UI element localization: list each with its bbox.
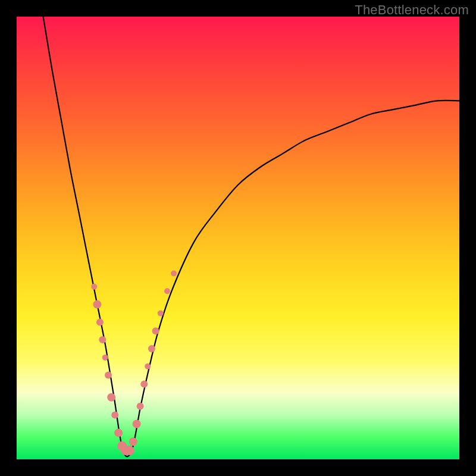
data-marker [91,284,97,290]
curve-layer [17,17,459,459]
data-marker [125,446,134,455]
data-marker [145,364,151,369]
data-marker [99,336,106,343]
data-marker [114,428,123,437]
data-marker [164,288,170,294]
data-marker [93,300,101,309]
data-marker [171,271,177,277]
data-marker [96,318,104,325]
marker-group [91,271,177,456]
data-marker [105,372,112,379]
data-marker [133,420,141,428]
data-marker [158,311,164,317]
data-marker [111,412,118,419]
chart-frame: TheBottleneck.com [0,0,476,476]
data-marker [129,437,137,446]
watermark-text: TheBottleneck.com [355,2,469,18]
data-marker [148,345,155,352]
data-marker [137,403,144,410]
data-marker [140,381,148,388]
plot-area [17,17,459,459]
data-marker [152,327,159,334]
data-marker [107,393,115,402]
data-marker [102,355,108,361]
bottleneck-curve [43,17,459,456]
